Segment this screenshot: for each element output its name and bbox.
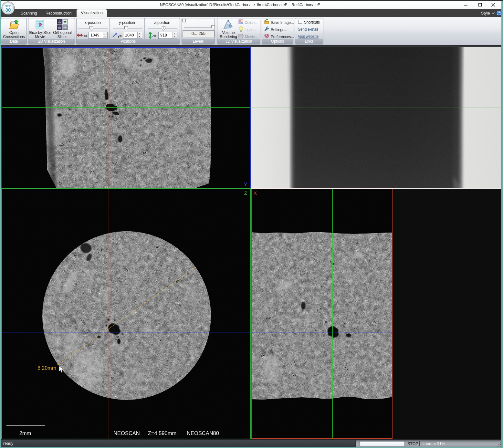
svg-text:?: ? xyxy=(498,11,500,15)
svg-text:NEOSCAN: NEOSCAN xyxy=(113,430,140,436)
svg-text:80: 80 xyxy=(5,7,11,13)
svg-text:X: X xyxy=(254,190,257,196)
svg-text:NEOSCAN80: NEOSCAN80 xyxy=(187,430,219,436)
svg-text:2mm: 2mm xyxy=(19,430,31,436)
svg-text:Z: Z xyxy=(244,190,247,196)
svg-text:Y: Y xyxy=(244,182,247,187)
svg-text:8.20mm: 8.20mm xyxy=(37,365,56,371)
svg-text:Z=4.590mm: Z=4.590mm xyxy=(148,430,177,436)
